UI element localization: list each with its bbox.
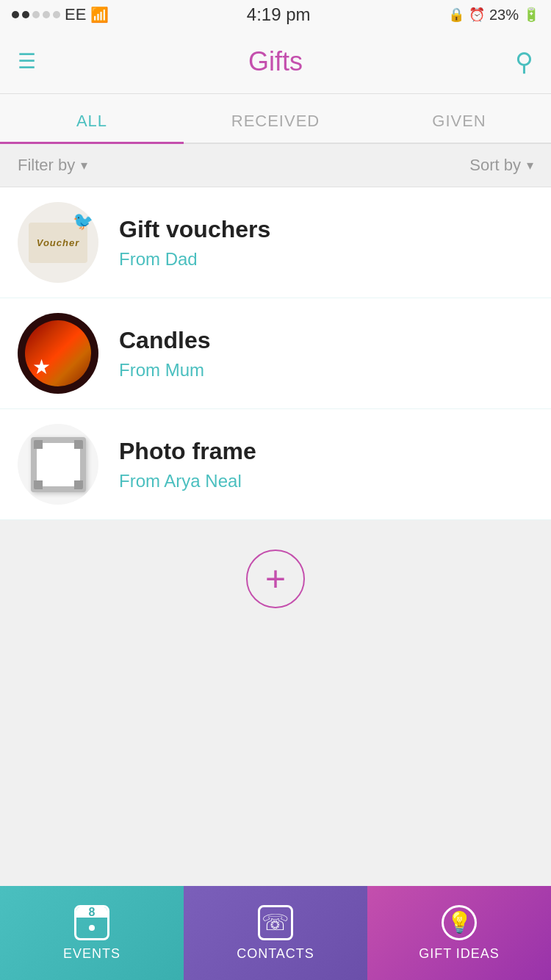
giftideas-icon: 💡 (442, 905, 477, 940)
nav-item-contacts[interactable]: ☏ CONTACTS (184, 886, 367, 980)
status-time: 4:19 pm (247, 4, 311, 25)
signal-dot-2 (22, 11, 29, 18)
bulb-icon: 💡 (447, 910, 472, 934)
gift-from-vouchers: From Dad (119, 249, 533, 270)
filter-button[interactable]: Filter by ▾ (18, 156, 87, 175)
status-right: 🔒 ⏰ 23% 🔋 (448, 7, 539, 24)
events-icon-header: 8 (76, 907, 107, 918)
gift-name-candles: Candles (119, 327, 533, 354)
tab-given[interactable]: GIVEN (367, 94, 551, 143)
candle-star-icon: ★ (32, 355, 51, 379)
add-gift-button[interactable]: + (246, 550, 305, 608)
signal-dots (12, 11, 60, 18)
gift-thumb-vouchers: Voucher 🐦 (18, 202, 98, 283)
candle-graphic: ★ (25, 320, 91, 386)
gift-info-vouchers: Gift vouchers From Dad (119, 216, 533, 270)
gift-info-candles: Candles From Mum (119, 327, 533, 381)
frame-corner-tr (74, 440, 83, 449)
gift-name-vouchers: Gift vouchers (119, 216, 533, 243)
filter-label: Filter by (18, 156, 75, 175)
voucher-graphic: Voucher 🐦 (29, 223, 87, 263)
battery-icon: 🔋 (523, 7, 539, 23)
gift-list: Voucher 🐦 Gift vouchers From Dad ★ Candl… (0, 187, 551, 520)
signal-dot-4 (43, 11, 50, 18)
gift-thumb-photoframe (18, 424, 98, 505)
contacts-arrow-icon: ☏ (262, 909, 289, 935)
signal-dot-3 (32, 11, 40, 18)
signal-dot-5 (53, 11, 60, 18)
gift-item-photoframe[interactable]: Photo frame From Arya Neal (0, 409, 551, 520)
voucher-bird-icon: 🐦 (73, 211, 95, 231)
app-header: ☰ Gifts ⚲ (0, 29, 551, 94)
signal-dot-1 (12, 11, 19, 18)
bottom-nav: 8 EVENTS ☏ CONTACTS 💡 GIFT IDEAS (0, 886, 551, 980)
frame-corner-br (74, 480, 83, 489)
page-title: Gifts (248, 46, 303, 77)
battery-percentage: 23% (489, 7, 519, 24)
alarm-icon: ⏰ (469, 7, 485, 23)
events-icon: 8 (74, 905, 109, 940)
status-bar: EE 📶 4:19 pm 🔒 ⏰ 23% 🔋 (0, 0, 551, 29)
gift-name-photoframe: Photo frame (119, 438, 533, 465)
tab-all[interactable]: ALL (0, 94, 184, 143)
frame-graphic (31, 437, 86, 492)
nav-item-events[interactable]: 8 EVENTS (0, 886, 184, 980)
add-button-container: + (0, 520, 551, 652)
sort-button[interactable]: Sort by ▾ (469, 156, 533, 175)
gift-info-photoframe: Photo frame From Arya Neal (119, 438, 533, 491)
nav-label-contacts: CONTACTS (237, 946, 314, 962)
wifi-icon: 📶 (90, 6, 109, 24)
contacts-icon: ☏ (258, 905, 293, 940)
nav-label-giftideas: GIFT IDEAS (419, 946, 500, 962)
gift-item-candles[interactable]: ★ Candles From Mum (0, 298, 551, 409)
search-icon[interactable]: ⚲ (515, 47, 533, 76)
filter-sort-bar: Filter by ▾ Sort by ▾ (0, 144, 551, 187)
nav-item-giftideas[interactable]: 💡 GIFT IDEAS (367, 886, 551, 980)
gift-item-vouchers[interactable]: Voucher 🐦 Gift vouchers From Dad (0, 187, 551, 298)
tab-received[interactable]: RECEIVED (184, 94, 367, 143)
nav-label-events: EVENTS (63, 946, 120, 962)
sort-chevron-icon: ▾ (527, 157, 533, 173)
sort-label: Sort by (469, 156, 521, 175)
status-left: EE 📶 (12, 5, 109, 24)
events-icon-body (76, 918, 107, 938)
frame-corner-bl (34, 480, 43, 489)
menu-icon[interactable]: ☰ (18, 49, 36, 73)
gift-from-photoframe: From Arya Neal (119, 471, 533, 491)
add-icon: + (265, 561, 286, 597)
gift-from-candles: From Mum (119, 360, 533, 381)
gift-thumb-candles: ★ (18, 313, 98, 394)
tab-bar: ALL RECEIVED GIVEN (0, 94, 551, 144)
frame-corner-tl (34, 440, 43, 449)
voucher-text: Voucher (37, 237, 80, 248)
lock-icon: 🔒 (448, 7, 464, 23)
carrier-label: EE (65, 5, 86, 24)
filter-chevron-icon: ▾ (81, 157, 87, 173)
